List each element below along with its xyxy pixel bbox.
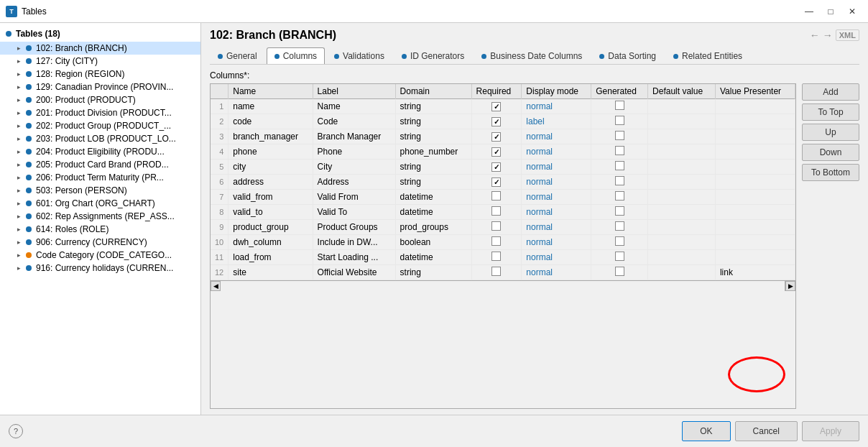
required-checked-5[interactable] [491,162,501,172]
table-row[interactable]: 2 code Code string label [211,114,795,129]
row-required-12[interactable] [471,265,522,280]
row-required-7[interactable] [471,190,522,205]
generated-cb-12[interactable] [615,267,624,276]
maximize-button[interactable]: □ [821,4,841,19]
row-generated-11[interactable] [591,250,648,265]
required-unchecked-9[interactable] [491,221,501,231]
close-button[interactable]: ✕ [842,4,862,19]
row-required-9[interactable] [471,220,522,235]
sidebar-item-10[interactable]: ▸ 205: Product Card Brand (PROD... [0,158,200,171]
table-row[interactable]: 10 dwh_column Include in DW... boolean n… [211,235,795,250]
required-unchecked-7[interactable] [491,191,501,201]
table-row[interactable]: 6 address Address string normal [211,175,795,190]
required-unchecked-8[interactable] [491,206,501,216]
sidebar-item-8[interactable]: ▸ 203: Product LOB (PRODUCT_LO... [0,132,200,145]
generated-cb-7[interactable] [615,191,624,201]
row-generated-6[interactable] [591,175,648,190]
row-generated-3[interactable] [591,129,648,144]
sidebar-item-7[interactable]: ▸ 202: Product Group (PRODUCT_... [0,119,200,132]
sidebar-item-11[interactable]: ▸ 206: Product Term Maturity (PR... [0,171,200,184]
generated-cb-1[interactable] [615,101,624,110]
xml-label[interactable]: XML [836,29,859,41]
tab-related-entities[interactable]: Related Entities [665,47,750,64]
row-required-10[interactable] [471,235,522,250]
sidebar-item-17[interactable]: ▸ Code Category (CODE_CATEGO... [0,249,200,262]
row-required-4[interactable] [471,144,522,160]
generated-cb-11[interactable] [615,252,624,261]
sidebar-item-15[interactable]: ▸ 614: Roles (ROLE) [0,223,200,236]
back-icon[interactable]: ← [810,29,820,41]
tab-business-date[interactable]: Business Date Columns [474,47,590,64]
sidebar-item-1[interactable]: ▸ 102: Branch (BRANCH) [0,42,200,55]
generated-cb-10[interactable] [615,236,624,246]
tab-data-sorting[interactable]: Data Sorting [591,47,664,64]
row-required-5[interactable] [471,160,522,175]
tab-id-generators[interactable]: ID Generators [394,47,472,64]
required-checked-3[interactable] [491,132,501,142]
sidebar-item-3[interactable]: ▸ 128: Region (REGION) [0,68,200,80]
sidebar-item-6[interactable]: ▸ 201: Product Division (PRODUCT... [0,106,200,119]
tab-columns[interactable]: Columns [267,47,325,64]
required-checked-6[interactable] [491,178,501,187]
row-required-6[interactable] [471,175,522,190]
row-required-1[interactable] [471,99,522,114]
row-generated-7[interactable] [591,190,648,205]
row-required-2[interactable] [471,114,522,129]
ok-button[interactable]: OK [682,421,730,441]
down-button[interactable]: Down [802,144,859,161]
row-generated-8[interactable] [591,205,648,220]
table-row[interactable]: 12 site Official Website string normal l… [211,265,795,280]
up-button[interactable]: Up [802,124,859,141]
required-unchecked-12[interactable] [491,267,501,276]
sidebar-item-14[interactable]: ▸ 602: Rep Assignments (REP_ASS... [0,210,200,223]
row-generated-10[interactable] [591,235,648,250]
row-generated-2[interactable] [591,114,648,129]
table-row[interactable]: 7 valid_from Valid From datetime normal [211,190,795,205]
sidebar-item-12[interactable]: ▸ 503: Person (PERSON) [0,184,200,197]
sidebar-item-16[interactable]: ▸ 906: Currency (CURRENCY) [0,236,200,249]
sidebar-item-9[interactable]: ▸ 204: Product Eligibility (PRODU... [0,145,200,158]
scroll-right-btn[interactable]: ▶ [785,281,795,291]
table-row[interactable]: 9 product_group Product Groups prod_grou… [211,220,795,235]
apply-button[interactable]: Apply [802,421,859,441]
table-row[interactable]: 11 load_from Start Loading ... datetime … [211,250,795,265]
required-checked-1[interactable] [491,102,501,111]
add-button[interactable]: Add [802,83,859,101]
generated-cb-2[interactable] [615,116,624,125]
sidebar-item-4[interactable]: ▸ 129: Canadian Province (PROVIN... [0,80,200,93]
table-row[interactable]: 4 phone Phone phone_number normal [211,144,795,160]
generated-cb-8[interactable] [615,206,624,216]
to-bottom-button[interactable]: To Bottom [802,164,859,181]
table-row[interactable]: 1 name Name string normal [211,99,795,114]
generated-cb-4[interactable] [615,146,624,155]
required-checked-4[interactable] [491,147,501,157]
required-unchecked-11[interactable] [491,252,501,261]
required-unchecked-10[interactable] [491,236,501,246]
row-required-11[interactable] [471,250,522,265]
generated-cb-3[interactable] [615,131,624,140]
minimize-button[interactable]: — [799,4,819,19]
sidebar-item-2[interactable]: ▸ 127: City (CITY) [0,55,200,68]
table-wrapper[interactable]: Name Label Domain Required Display mode … [210,83,796,409]
required-checked-2[interactable] [491,117,501,126]
row-generated-5[interactable] [591,160,648,175]
table-row[interactable]: 3 branch_manager Branch Manager string n… [211,129,795,144]
row-generated-4[interactable] [591,144,648,160]
sidebar-item-13[interactable]: ▸ 601: Org Chart (ORG_CHART) [0,197,200,210]
help-icon[interactable]: ? [9,424,23,438]
cancel-button[interactable]: Cancel [735,421,798,441]
generated-cb-5[interactable] [615,161,624,170]
row-generated-12[interactable] [591,265,648,280]
row-required-8[interactable] [471,205,522,220]
to-top-button[interactable]: To Top [802,103,859,121]
generated-cb-9[interactable] [615,221,624,231]
row-generated-1[interactable] [591,99,648,114]
sidebar-item-18[interactable]: ▸ 916: Currency holidays (CURREN... [0,262,200,275]
row-generated-9[interactable] [591,220,648,235]
row-required-3[interactable] [471,129,522,144]
sidebar-item-5[interactable]: ▸ 200: Product (PRODUCT) [0,93,200,106]
tab-validations[interactable]: Validations [326,47,392,64]
scroll-left-btn[interactable]: ◀ [211,281,221,291]
table-row[interactable]: 5 city City string normal [211,160,795,175]
h-scroll-area[interactable] [221,281,785,291]
